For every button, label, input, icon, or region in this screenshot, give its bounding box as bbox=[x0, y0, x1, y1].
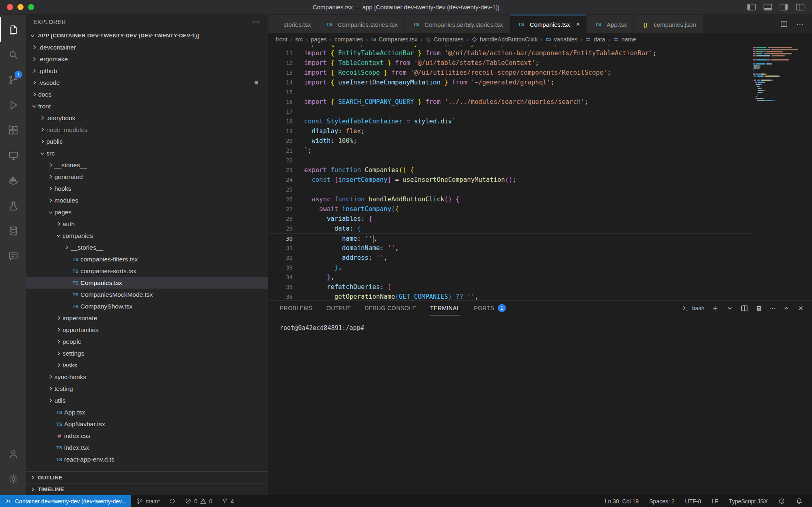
terminal-output[interactable]: root@0a42ecd84891:/app# bbox=[268, 315, 812, 332]
tree-folder-utils[interactable]: utils bbox=[26, 395, 268, 406]
tree-file-index-tsx[interactable]: TSindex.tsx bbox=[26, 442, 268, 453]
new-terminal-icon[interactable] bbox=[711, 304, 719, 312]
maximize-panel-icon[interactable] bbox=[782, 304, 790, 312]
terminal-dropdown-icon[interactable] bbox=[726, 304, 734, 312]
cursor-position[interactable]: Ln 30, Col 19 bbox=[601, 495, 642, 507]
tree-folder-ergomake[interactable]: .ergomake bbox=[26, 53, 268, 65]
code-line-25[interactable]: 25 bbox=[268, 185, 751, 194]
line-number[interactable]: 34 bbox=[268, 272, 293, 282]
search-icon[interactable] bbox=[0, 42, 26, 67]
tree-folder-devcontainer[interactable]: .devcontainer bbox=[26, 41, 268, 53]
breadcrumb-item-variables[interactable]: variables bbox=[545, 36, 577, 43]
tree-file-companies-sorts-tsx[interactable]: TScompanies-sorts.tsx bbox=[26, 265, 268, 277]
code-line-20[interactable]: 20 width: 100%; bbox=[268, 136, 751, 146]
tree-file-index-css[interactable]: #index.css bbox=[26, 430, 268, 442]
line-number[interactable]: 33 bbox=[268, 263, 293, 272]
outline-section-header[interactable]: OUTLINE bbox=[26, 471, 268, 483]
tree-folder-storybook[interactable]: .storybook bbox=[26, 112, 268, 124]
code-line-24[interactable]: 24 const [insertCompany] = useInsertOneC… bbox=[268, 175, 751, 185]
encoding-status[interactable]: UTF-8 bbox=[681, 495, 705, 507]
tree-folder-docs[interactable]: docs bbox=[26, 88, 268, 100]
tree-folder-auth[interactable]: auth bbox=[26, 218, 268, 230]
line-number[interactable]: 11 bbox=[268, 48, 293, 58]
close-panel-icon[interactable] bbox=[797, 304, 805, 312]
code-line-10[interactable]: 10import { WithTopBarContainer } from '@… bbox=[268, 45, 751, 48]
tree-file-companies-tsx[interactable]: TSCompanies.tsx bbox=[26, 277, 268, 289]
kill-terminal-icon[interactable] bbox=[755, 304, 763, 312]
code-line-11[interactable]: 11import { EntityTableActionBar } from '… bbox=[268, 48, 751, 58]
tree-folder-opportunities[interactable]: opportunities bbox=[26, 324, 268, 336]
accounts-icon[interactable] bbox=[0, 441, 26, 466]
panel-tab-terminal[interactable]: TERMINAL bbox=[430, 301, 460, 315]
code-line-16[interactable]: 16import { SEARCH_COMPANY_QUERY } from '… bbox=[268, 97, 751, 107]
tab-stories-tsx[interactable]: stories.tsx bbox=[268, 15, 318, 33]
tree-folder-github[interactable]: .github bbox=[26, 65, 268, 77]
tree-file-app-tsx[interactable]: TSApp.tsx bbox=[26, 406, 268, 418]
line-number[interactable]: 35 bbox=[268, 282, 293, 292]
split-editor-icon[interactable] bbox=[780, 20, 788, 28]
panel-tab-problems[interactable]: PROBLEMS bbox=[280, 301, 313, 315]
comments-icon[interactable] bbox=[0, 244, 26, 269]
code-line-28[interactable]: 28 variables: { bbox=[268, 214, 751, 224]
indentation-status[interactable]: Spaces: 2 bbox=[646, 495, 678, 507]
tree-folder-settings[interactable]: settings bbox=[26, 347, 268, 359]
docker-icon[interactable] bbox=[0, 168, 26, 193]
feedback-icon[interactable] bbox=[775, 495, 789, 507]
close-window-button[interactable] bbox=[7, 4, 13, 10]
code-line-14[interactable]: 14import { useInsertOneCompanyMutation }… bbox=[268, 78, 751, 87]
code-line-23[interactable]: 23export function Companies() { bbox=[268, 165, 751, 175]
line-number[interactable]: 32 bbox=[268, 253, 293, 263]
line-number[interactable]: 29 bbox=[268, 224, 293, 233]
breadcrumb-item-pages[interactable]: pages bbox=[311, 36, 327, 43]
line-number[interactable]: 30 bbox=[268, 234, 293, 243]
code-line-32[interactable]: 32 address: '', bbox=[268, 253, 751, 263]
language-mode-status[interactable]: TypeScript JSX bbox=[725, 495, 771, 507]
beaker-icon[interactable] bbox=[0, 193, 26, 218]
close-tab-icon[interactable]: × bbox=[576, 21, 580, 28]
tree-folder-src[interactable]: src bbox=[26, 147, 268, 159]
customize-layout-icon[interactable] bbox=[796, 4, 805, 11]
breadcrumb-item-front[interactable]: front bbox=[276, 36, 287, 43]
source-control-icon[interactable]: 1 bbox=[0, 67, 26, 93]
tab-companies-stories-tsx[interactable]: TSCompanies.stories.tsx bbox=[318, 15, 405, 33]
panel-tab-output[interactable]: OUTPUT bbox=[326, 301, 351, 315]
line-number[interactable]: 12 bbox=[268, 58, 293, 68]
tree-folder-testing[interactable]: testing bbox=[26, 383, 268, 395]
tree-folder-pages[interactable]: pages bbox=[26, 206, 268, 218]
code-line-18[interactable]: 18const StyledTableContainer = styled.di… bbox=[268, 117, 751, 126]
remote-explorer-icon[interactable] bbox=[0, 143, 26, 168]
tree-folder-tasks[interactable]: tasks bbox=[26, 359, 268, 371]
code-line-12[interactable]: 12import { TableContext } from '@/ui/tab… bbox=[268, 58, 751, 68]
tree-folder-companies[interactable]: companies bbox=[26, 230, 268, 242]
code-line-31[interactable]: 31 domainName: '', bbox=[268, 243, 751, 253]
code-line-33[interactable]: 33 }, bbox=[268, 263, 751, 272]
tree-file-react-app-env-d-ts[interactable]: TSreact-app-env.d.ts bbox=[26, 453, 268, 465]
code-line-26[interactable]: 26 async function handleAddButtonClick()… bbox=[268, 194, 751, 204]
line-number[interactable]: 20 bbox=[268, 136, 293, 146]
toggle-secondary-sidebar-icon[interactable] bbox=[780, 4, 788, 11]
tree-file-companiesmockmode-tsx[interactable]: TSCompaniesMockMode.tsx bbox=[26, 289, 268, 300]
timeline-section-header[interactable]: TIMELINE bbox=[26, 483, 268, 495]
extensions-icon[interactable] bbox=[0, 118, 26, 143]
tree-folder-people[interactable]: people bbox=[26, 336, 268, 347]
line-number[interactable]: 25 bbox=[268, 185, 293, 194]
line-number[interactable]: 13 bbox=[268, 68, 293, 78]
code-line-21[interactable]: 21`; bbox=[268, 146, 751, 155]
branch-status[interactable]: main* bbox=[133, 495, 164, 507]
line-number[interactable]: 31 bbox=[268, 243, 293, 253]
breadcrumb-item-name[interactable]: name bbox=[613, 36, 636, 43]
line-number[interactable]: 17 bbox=[268, 107, 293, 117]
code-line-36[interactable]: 36 getOperationName(GET_COMPANIES) ?? ''… bbox=[268, 292, 751, 300]
tree-folder-node-modules[interactable]: node_modules bbox=[26, 124, 268, 136]
problems-status[interactable]: 0 0 bbox=[181, 495, 216, 507]
tree-folder-stories[interactable]: __stories__ bbox=[26, 242, 268, 253]
tree-folder-stories[interactable]: __stories__ bbox=[26, 159, 268, 171]
breadcrumb-item-data[interactable]: data bbox=[585, 36, 605, 43]
tab-companies-tsx[interactable]: TSCompanies.tsx× bbox=[510, 15, 587, 33]
line-number[interactable]: 28 bbox=[268, 214, 293, 224]
breadcrumb-item-handleaddbuttonclick[interactable]: handleAddButtonClick bbox=[471, 36, 538, 43]
editor-more-actions-icon[interactable]: ⋯ bbox=[796, 19, 804, 29]
tab-app-tsx[interactable]: TSApp.tsx bbox=[587, 15, 634, 33]
explorer-icon[interactable] bbox=[0, 17, 26, 42]
breadcrumb-item-src[interactable]: src bbox=[295, 36, 303, 43]
